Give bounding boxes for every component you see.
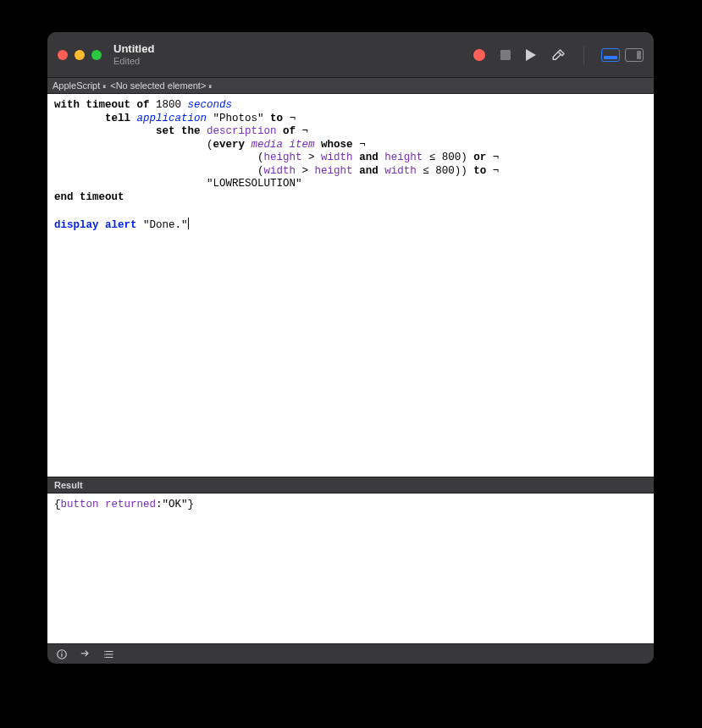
svg-point-7 <box>104 654 105 654</box>
result-value: "OK" <box>163 499 188 510</box>
svg-point-8 <box>104 656 105 657</box>
toolbar-divider <box>583 46 584 64</box>
result-body: {button returned:"OK"} <box>47 494 654 643</box>
stop-button[interactable] <box>500 50 511 60</box>
language-selector[interactable]: AppleScript ▲▼ <box>53 80 107 91</box>
log-tab-button[interactable] <box>103 648 115 660</box>
result-tab-button[interactable] <box>80 648 91 660</box>
script-editor-window: Untitled Edited AppleScript ▲▼ <No s <box>47 32 654 664</box>
result-label: Result <box>54 480 83 490</box>
traffic-lights <box>58 50 102 60</box>
timeout-value: 1800 <box>156 99 181 111</box>
language-label: AppleScript <box>53 80 100 91</box>
text-cursor <box>188 218 189 229</box>
svg-rect-2 <box>61 651 62 652</box>
tag-string: "LOWRESOLUTION" <box>207 178 302 190</box>
close-button[interactable] <box>58 50 68 60</box>
run-button[interactable] <box>526 49 536 61</box>
alert-string: "Done." <box>143 219 188 231</box>
script-editor[interactable]: with timeout of 1800 seconds tell applic… <box>47 94 654 477</box>
zoom-button[interactable] <box>91 50 102 60</box>
element-selector[interactable]: <No selected element> ▲▼ <box>110 80 213 91</box>
svg-point-6 <box>104 650 105 651</box>
minimize-button[interactable] <box>75 50 85 60</box>
svg-rect-1 <box>61 653 62 656</box>
app-name: "Photos" <box>213 113 264 124</box>
show-bottom-pane-button[interactable] <box>601 48 620 62</box>
record-button[interactable] <box>473 49 485 61</box>
footer-bar <box>47 643 654 664</box>
show-right-pane-button[interactable] <box>625 48 644 62</box>
window-title: Untitled <box>113 43 154 56</box>
window-subtitle: Edited <box>113 56 154 67</box>
pane-toggle <box>601 48 644 62</box>
limit-1: 800 <box>442 152 462 163</box>
limit-2: 800 <box>435 165 455 177</box>
titlebar: Untitled Edited <box>47 32 654 78</box>
title-block: Untitled Edited <box>113 43 154 67</box>
compile-button[interactable] <box>551 47 567 63</box>
element-label: <No selected element> <box>110 80 206 91</box>
toolbar-right <box>473 46 644 64</box>
result-header: Result <box>47 477 654 494</box>
navigation-bar: AppleScript ▲▼ <No selected element> ▲▼ <box>47 78 654 94</box>
description-tab-button[interactable] <box>56 648 68 660</box>
